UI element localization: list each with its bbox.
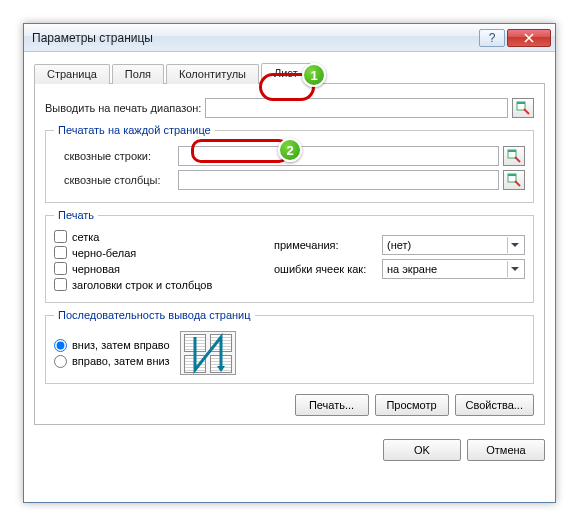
print-range-picker-button[interactable] [512,98,534,118]
tab-fields[interactable]: Поля [112,64,164,84]
print-range-label: Выводить на печать диапазон: [45,102,201,114]
page-order-icon [180,331,236,375]
dialog-buttons: OK Отмена [34,439,545,461]
errors-select[interactable]: на экране [382,259,525,279]
down-right-label: вниз, затем вправо [72,339,170,351]
dialog-content: Страница Поля Колонтитулы Лист Выводить … [24,52,555,471]
titlebar: Параметры страницы ? [24,24,555,52]
tab-strip: Страница Поля Колонтитулы Лист [34,60,545,84]
grid-checkbox[interactable] [54,230,67,243]
order-legend: Последовательность вывода страниц [54,309,255,321]
repeat-rows-picker-button[interactable] [503,146,525,166]
action-buttons: Печать... Просмотр Свойства... [45,394,534,416]
cancel-button[interactable]: Отмена [467,439,545,461]
comments-value: (нет) [387,239,411,251]
errors-label: ошибки ячеек как: [274,263,382,275]
preview-button[interactable]: Просмотр [375,394,449,416]
repeat-cols-input[interactable] [178,170,499,190]
print-range-input[interactable] [205,98,508,118]
rcheaders-checkbox[interactable] [54,278,67,291]
down-right-radio[interactable] [54,339,67,352]
repeat-group: Печатать на каждой странице сквозные стр… [45,124,534,203]
rcheaders-label: заголовки строк и столбцов [72,279,212,291]
print-legend: Печать [54,209,98,221]
chevron-down-icon [507,237,522,253]
right-down-label: вправо, затем вниз [72,355,170,367]
order-group: Последовательность вывода страниц вниз, … [45,309,534,384]
comments-select[interactable]: (нет) [382,235,525,255]
comments-label: примечания: [274,239,382,251]
errors-value: на экране [387,263,437,275]
grid-label: сетка [72,231,99,243]
svg-rect-5 [508,174,516,176]
repeat-cols-row: сквозные столбцы: [64,170,525,190]
bw-label: черно-белая [72,247,136,259]
sheet-pane: Выводить на печать диапазон: Печатать на… [34,84,545,425]
repeat-rows-label: сквозные строки: [64,150,174,162]
close-button[interactable] [507,29,551,47]
draft-label: черновая [72,263,120,275]
right-down-radio[interactable] [54,355,67,368]
tab-headers[interactable]: Колонтитулы [166,64,259,84]
window-title: Параметры страницы [32,31,477,45]
print-button[interactable]: Печать... [295,394,369,416]
tab-page[interactable]: Страница [34,64,110,84]
print-range-row: Выводить на печать диапазон: [45,98,534,118]
annotation-badge-2: 2 [278,138,302,162]
annotation-badge-1: 1 [302,63,326,87]
help-button[interactable]: ? [479,29,505,47]
ok-button[interactable]: OK [383,439,461,461]
bw-checkbox[interactable] [54,246,67,259]
props-button[interactable]: Свойства... [455,394,534,416]
repeat-legend: Печатать на каждой странице [54,124,215,136]
repeat-cols-label: сквозные столбцы: [64,174,174,186]
page-setup-dialog: Параметры страницы ? Страница Поля Колон… [23,23,556,503]
svg-rect-3 [508,150,516,152]
draft-checkbox[interactable] [54,262,67,275]
print-group: Печать сетка черно-белая черновая заголо… [45,209,534,303]
svg-rect-1 [517,102,525,104]
repeat-cols-picker-button[interactable] [503,170,525,190]
chevron-down-icon [507,261,522,277]
repeat-rows-input[interactable] [178,146,499,166]
